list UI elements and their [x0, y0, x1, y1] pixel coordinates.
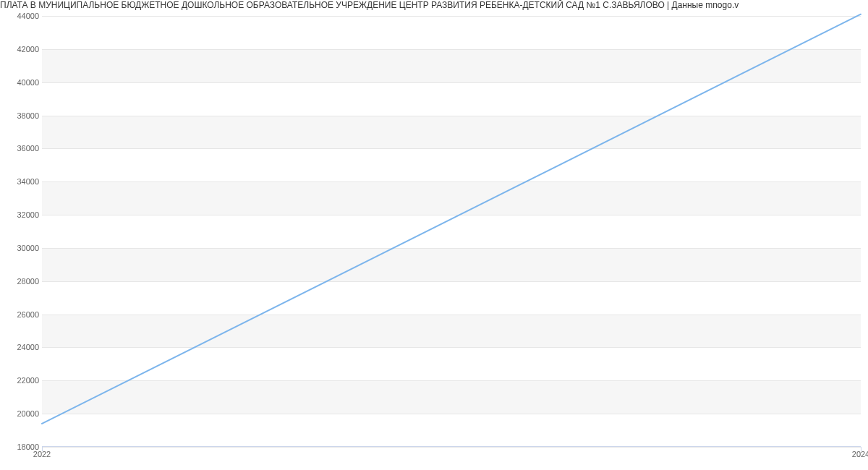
y-tick-label: 36000: [1, 144, 39, 153]
line-layer: [42, 16, 861, 447]
y-tick-label: 40000: [1, 78, 39, 87]
y-tick-label: 26000: [1, 310, 39, 319]
y-tick-label: 24000: [1, 343, 39, 351]
y-tick-label: 32000: [1, 210, 39, 219]
plot-area: [42, 16, 861, 448]
x-axis-line: [42, 446, 861, 447]
y-tick-label: 28000: [1, 277, 39, 286]
y-tick-label: 42000: [1, 45, 39, 54]
y-tick-label: 34000: [1, 177, 39, 186]
x-tick-mark: [861, 447, 861, 451]
chart-container: ПЛАТА В МУНИЦИПАЛЬНОЕ БЮДЖЕТНОЕ ДОШКОЛЬН…: [0, 0, 868, 470]
x-tick-label: 2024: [852, 450, 868, 458]
grid-line: [42, 447, 861, 448]
y-tick-label: 20000: [1, 409, 39, 418]
y-tick-label: 22000: [1, 376, 39, 385]
series-line: [42, 14, 861, 424]
chart-title: ПЛАТА В МУНИЦИПАЛЬНОЕ БЮДЖЕТНОЕ ДОШКОЛЬН…: [0, 0, 868, 14]
y-tick-label: 44000: [1, 12, 39, 20]
y-tick-label: 38000: [1, 111, 39, 120]
x-tick-mark: [42, 447, 43, 451]
y-tick-label: 30000: [1, 244, 39, 252]
